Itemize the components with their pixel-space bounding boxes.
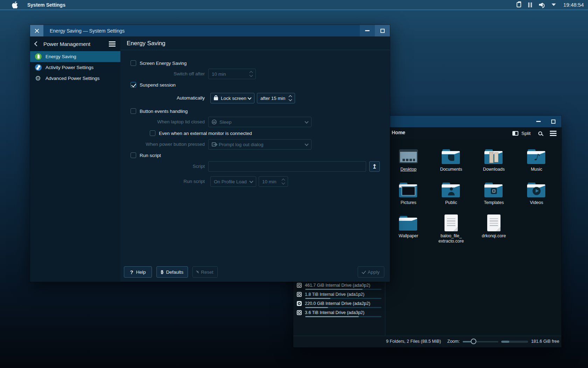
run-script-checkbox[interactable] — [131, 152, 136, 158]
screen-energy-row: Screen Energy Saving — [131, 60, 187, 66]
menubar-divider — [0, 9, 588, 10]
settings-titlebar[interactable]: Energy Saving — System Settings — [30, 25, 390, 36]
sidebar-title: Power Management — [43, 41, 109, 47]
zoom-slider-knob[interactable] — [471, 339, 476, 344]
script-label: Script — [120, 161, 205, 172]
drive-item[interactable]: 461.7 GiB Internal Drive (ada0p2) — [296, 281, 383, 290]
script-input[interactable] — [212, 164, 363, 170]
button-events-row: Button events handling — [131, 108, 188, 114]
file-item[interactable]: Documents — [430, 147, 472, 180]
apply-button[interactable]: Apply — [358, 266, 384, 278]
file-grid: Desktop Documents Downloads Music — [387, 147, 558, 247]
spin-arrows-icon[interactable] — [289, 96, 292, 101]
file-item[interactable]: Public — [430, 180, 472, 214]
capacity-bar — [501, 341, 528, 343]
upload-icon — [372, 164, 377, 170]
drive-icon — [297, 283, 302, 288]
volume-icon[interactable] — [539, 2, 545, 8]
hamburger-menu-icon[interactable] — [550, 131, 556, 136]
file-item[interactable]: Music — [515, 147, 558, 180]
suspend-row: Suspend session — [131, 82, 176, 88]
item-label: Desktop — [400, 167, 416, 172]
maximize-button[interactable] — [375, 25, 390, 36]
spin-arrows-icon[interactable] — [282, 179, 285, 184]
apple-logo-icon[interactable] — [12, 1, 18, 8]
dolphin-statusbar: 9 Folders, 2 Files (88.5 MiB) Zoom: 181.… — [293, 336, 561, 347]
item-icon — [442, 214, 461, 231]
help-icon: ? — [130, 269, 133, 275]
item-icon — [484, 181, 503, 198]
menubar-app-name[interactable]: System Settings — [27, 2, 65, 8]
logout-icon — [212, 142, 216, 146]
item-label: Downloads — [483, 167, 505, 172]
drive-label: 220.0 GiB Internal Drive (ada2p2) — [305, 301, 370, 306]
file-item[interactable]: Desktop — [387, 147, 430, 180]
item-label: Documents — [440, 167, 462, 172]
sidebar-item-icon — [35, 75, 42, 82]
item-icon — [399, 181, 418, 198]
item-icon — [527, 148, 546, 165]
sidebar-hamburger-icon[interactable] — [109, 41, 115, 47]
close-button[interactable] — [30, 25, 43, 36]
system-settings-window: Energy Saving — System Settings Power Ma… — [30, 25, 390, 282]
item-label: baloo_file_ extracto.core — [439, 233, 464, 244]
power-button-combobox[interactable]: Prompt log out dialog — [208, 139, 312, 150]
help-button[interactable]: ? Help — [124, 266, 152, 278]
breadcrumb[interactable]: Home — [392, 130, 405, 135]
switch-off-spinbox[interactable]: 10 min — [208, 69, 256, 79]
file-item[interactable]: Downloads — [472, 147, 515, 180]
run-when-combobox[interactable]: On Profile Load — [210, 176, 256, 187]
zoom-slider[interactable] — [463, 341, 498, 342]
run-when-spinbox[interactable]: 10 min — [259, 176, 288, 187]
suspend-delay-spinbox[interactable]: after 15 min — [257, 93, 295, 103]
file-item[interactable]: drkonqi.core — [472, 214, 515, 247]
media-pause-icon[interactable] — [528, 2, 532, 7]
run-script-row: Run script — [131, 152, 161, 158]
suspend-checkbox[interactable] — [131, 82, 136, 88]
file-item[interactable]: Templates — [472, 180, 515, 214]
clipboard-icon[interactable] — [517, 2, 521, 7]
split-button[interactable]: Split — [512, 131, 531, 136]
divider — [120, 50, 390, 50]
undo-icon — [196, 270, 199, 274]
external-monitor-checkbox[interactable] — [150, 130, 155, 136]
lid-action-combobox[interactable]: Sleep — [208, 117, 312, 127]
sidebar-item-label: Activity Power Settings — [46, 65, 93, 70]
file-item[interactable]: Wallpaper — [387, 214, 430, 247]
drive-icon — [297, 310, 302, 315]
tray-expand-caret-icon[interactable] — [552, 4, 556, 6]
drive-item[interactable]: 220.0 GiB Internal Drive (ada2p2) — [296, 299, 383, 308]
item-icon — [527, 181, 546, 198]
drive-item[interactable]: 1.8 TiB Internal Drive (ada1p2) — [296, 290, 383, 299]
script-browse-button[interactable] — [369, 161, 380, 172]
drive-icon — [297, 301, 302, 306]
minimize-button[interactable] — [360, 25, 375, 36]
screen-energy-checkbox[interactable] — [131, 60, 136, 66]
minimize-button[interactable] — [531, 116, 546, 127]
maximize-button[interactable] — [546, 116, 561, 127]
back-chevron-icon[interactable] — [34, 41, 39, 46]
button-events-checkbox[interactable] — [131, 108, 136, 114]
item-label: Public — [445, 200, 457, 205]
button-events-label: Button events handling — [140, 109, 188, 114]
file-item[interactable]: baloo_file_ extracto.core — [430, 214, 472, 247]
split-label: Split — [522, 131, 531, 136]
reset-button[interactable]: Reset — [192, 266, 218, 278]
defaults-button[interactable]: Defaults — [156, 266, 188, 278]
search-icon[interactable] — [538, 131, 542, 135]
chevron-down-icon — [304, 120, 308, 123]
sidebar-item-icon — [35, 64, 42, 71]
item-icon — [399, 214, 418, 231]
desktop: System Settings 19:48:54 Home Split — [0, 0, 588, 368]
sidebar-item[interactable]: Energy Saving — [30, 51, 120, 62]
zoom-label: Zoom: — [447, 339, 460, 344]
sidebar-item[interactable]: Advanced Power Settings — [30, 73, 120, 84]
split-view-icon — [512, 131, 518, 136]
file-item[interactable]: Videos — [515, 180, 558, 214]
drive-item[interactable]: 3.6 TiB Internal Drive (ada3p2) — [296, 308, 383, 317]
file-item[interactable]: Pictures — [387, 180, 430, 214]
clock[interactable]: 19:48:54 — [564, 2, 584, 8]
sidebar-item[interactable]: Activity Power Settings — [30, 62, 120, 73]
suspend-action-combobox[interactable]: Lock screen — [210, 93, 254, 103]
spin-arrows-icon[interactable] — [250, 71, 252, 76]
